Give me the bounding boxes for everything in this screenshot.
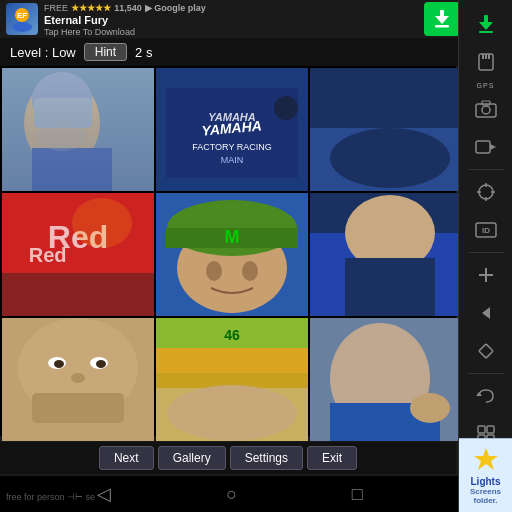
svg-rect-39: [345, 258, 435, 316]
svg-point-67: [482, 106, 490, 114]
ad-store-label: ▶ Google play: [145, 3, 206, 13]
svg-text:EF: EF: [17, 11, 27, 20]
timer-text: 2 s: [135, 45, 152, 60]
puzzle-tile-8[interactable]: [310, 318, 462, 441]
svg-rect-22: [310, 68, 462, 128]
svg-marker-87: [474, 448, 498, 470]
sidebar-download-icon[interactable]: [466, 6, 506, 42]
bottom-buttons-bar: Next Gallery Settings Exit: [0, 442, 456, 474]
sidebar-id-icon[interactable]: ID: [466, 212, 506, 248]
settings-button[interactable]: Settings: [230, 446, 303, 470]
puzzle-tile-4[interactable]: M: [156, 193, 308, 316]
level-bar: Level : Low Hint 2 s: [0, 38, 460, 66]
puzzle-tile-0[interactable]: [2, 68, 154, 191]
svg-point-14: [37, 121, 87, 151]
svg-text:MAIN: MAIN: [221, 155, 244, 165]
svg-marker-80: [482, 307, 490, 319]
svg-rect-65: [488, 54, 490, 59]
puzzle-tile-5[interactable]: [310, 193, 462, 316]
ad-banner[interactable]: EF FREE ★★★★★ 11,540 ▶ Google play Etern…: [0, 0, 460, 38]
svg-rect-9: [2, 68, 154, 191]
svg-point-24: [330, 128, 450, 188]
sidebar-sd-icon[interactable]: [466, 44, 506, 80]
next-button[interactable]: Next: [99, 446, 154, 470]
gallery-button[interactable]: Gallery: [158, 446, 226, 470]
svg-text:FACTORY RACING: FACTORY RACING: [192, 142, 272, 152]
sidebar-undo-icon[interactable]: [466, 378, 506, 414]
right-sidebar: GPS ID: [458, 0, 512, 512]
level-text: Level : Low: [10, 45, 76, 60]
svg-text:M: M: [225, 227, 240, 247]
light-notification-panel[interactable]: Lights Screens folder.: [459, 438, 512, 512]
svg-point-20: [274, 96, 298, 120]
svg-rect-13: [34, 98, 92, 128]
svg-point-10: [24, 78, 100, 168]
svg-point-12: [32, 72, 92, 128]
light-label: Lights: [471, 476, 501, 487]
svg-rect-61: [484, 15, 488, 24]
puzzle-grid[interactable]: YAMAHA FACTORY RACING MAIN Red: [0, 66, 456, 436]
ad-title: FREE ★★★★★ 11,540 ▶ Google play Eternal …: [44, 1, 454, 27]
svg-rect-63: [482, 54, 484, 59]
puzzle-tile-6[interactable]: .......: [2, 318, 154, 441]
android-nav-bar: ◁ ○ □ free for person ⊣⊢ se: [0, 476, 460, 512]
svg-rect-27: [2, 273, 154, 316]
svg-text:.......: .......: [70, 404, 86, 413]
svg-rect-84: [487, 426, 494, 433]
svg-point-54: [167, 385, 297, 441]
home-button[interactable]: ○: [226, 484, 237, 505]
sidebar-back-icon[interactable]: [466, 295, 506, 331]
svg-point-46: [71, 373, 85, 383]
sidebar-add-icon[interactable]: [466, 257, 506, 293]
svg-point-45: [96, 360, 106, 368]
puzzle-tile-3[interactable]: Red: [2, 193, 154, 316]
free-text: free for person ⊣⊢ se: [6, 492, 95, 502]
screenshot-label: Screens: [470, 487, 501, 496]
puzzle-tile-2[interactable]: [310, 68, 462, 191]
sidebar-divider-3: [468, 373, 504, 374]
svg-point-28: [72, 198, 132, 248]
ad-game-title: Eternal Fury: [44, 14, 454, 27]
ad-free-label: FREE: [44, 3, 68, 13]
svg-rect-11: [32, 148, 112, 191]
ad-text-block: FREE ★★★★★ 11,540 ▶ Google play Eternal …: [44, 1, 454, 37]
svg-text:ID: ID: [482, 226, 490, 235]
sidebar-divider-1: [468, 169, 504, 170]
gps-label: GPS: [477, 82, 495, 89]
svg-point-35: [242, 261, 258, 281]
ad-app-icon: EF: [6, 3, 38, 35]
back-button[interactable]: ◁: [97, 483, 111, 505]
hint-button[interactable]: Hint: [84, 43, 127, 61]
svg-rect-83: [478, 426, 485, 433]
svg-text:46: 46: [224, 327, 240, 343]
svg-point-1: [12, 22, 32, 32]
ad-stars: ★★★★★: [71, 3, 111, 13]
svg-point-34: [206, 261, 222, 281]
download-button[interactable]: [424, 2, 460, 36]
sidebar-divider-2: [468, 252, 504, 253]
ad-subtitle: Tap Here To Download: [44, 27, 454, 37]
svg-rect-5: [440, 10, 444, 19]
exit-button[interactable]: Exit: [307, 446, 357, 470]
svg-rect-60: [479, 31, 493, 33]
puzzle-tile-7[interactable]: 46: [156, 318, 308, 441]
svg-rect-69: [476, 141, 490, 153]
svg-point-71: [479, 185, 493, 199]
sidebar-crosshair-icon[interactable]: [466, 174, 506, 210]
sidebar-video-icon[interactable]: [466, 129, 506, 165]
svg-rect-64: [485, 54, 487, 59]
svg-marker-70: [490, 144, 496, 150]
svg-point-44: [54, 360, 64, 368]
puzzle-tile-1[interactable]: YAMAHA FACTORY RACING MAIN: [156, 68, 308, 191]
svg-marker-82: [476, 392, 482, 396]
sidebar-rotate-icon[interactable]: [466, 333, 506, 369]
svg-rect-68: [482, 101, 490, 105]
recents-button[interactable]: □: [352, 484, 363, 505]
svg-point-58: [410, 393, 450, 423]
svg-rect-81: [478, 344, 492, 358]
sidebar-camera-icon[interactable]: [466, 91, 506, 127]
folder-label: folder.: [473, 496, 497, 505]
svg-rect-4: [435, 25, 449, 28]
ad-rating-count: 11,540: [114, 3, 142, 13]
